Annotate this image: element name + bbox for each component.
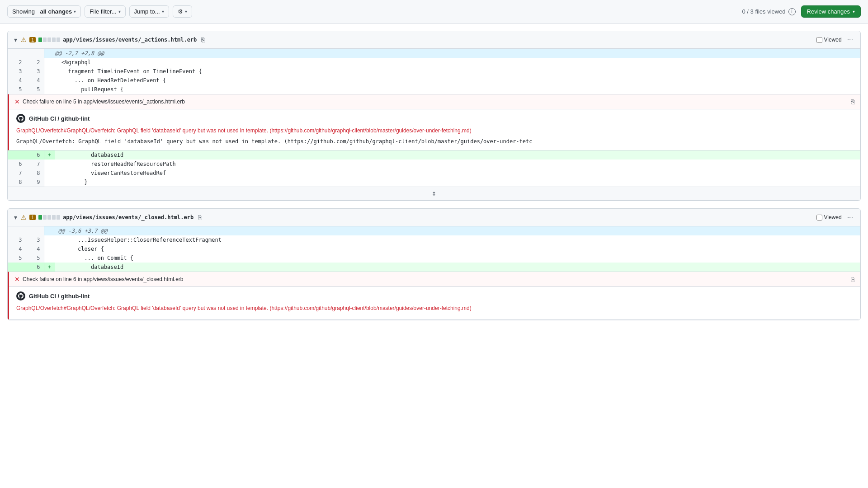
file-filter-dropdown[interactable]: File filter... ▾ — [85, 5, 125, 18]
line-num-new: 5 — [26, 85, 44, 94]
chevron-down-icon: ▾ — [162, 9, 164, 14]
table-row: 7 8 viewerCanRestoreHeadRef — [8, 169, 860, 178]
diff-bar-seg-gray — [57, 38, 60, 42]
line-num-new-add: 6 — [26, 263, 44, 272]
diff-code: restoreHeadRefResourcePath — [55, 160, 860, 169]
annotation-scroll-file-1[interactable]: GraphQL/Overfetch: GraphQL field 'databa… — [16, 137, 853, 145]
diff-code-add: databaseId — [55, 150, 860, 160]
copy-file-2-path-button[interactable]: ⎘ — [196, 213, 203, 222]
chevron-down-icon: ▾ — [74, 9, 76, 14]
toolbar-right: 0 / 3 files viewed i Review changes ▾ — [742, 5, 861, 18]
ci-name-file-2: GitHub CI / github-lint — [29, 293, 90, 300]
diff-expand-row[interactable]: ↕ — [8, 187, 860, 201]
more-options-file-2-button[interactable]: ··· — [845, 212, 855, 222]
table-row: 5 5 pullRequest { — [8, 85, 860, 94]
annotation-copy-file-2-button[interactable]: ⎘ — [851, 276, 854, 283]
diff-bar-seg-green — [38, 215, 42, 220]
table-row: 6 + databaseId — [8, 263, 860, 272]
error-message-red-file-2: GraphQL/Overfetch#GraphQL/Overfetch: Gra… — [16, 304, 853, 312]
table-row: 5 5 ... on Commit { — [8, 253, 860, 263]
diff-sign — [44, 67, 52, 76]
line-num-old: 5 — [8, 85, 26, 94]
diff-code: ...IssuesHelper::CloserReferenceTextFrag… — [55, 235, 860, 244]
diff-file-2-header-right: Viewed ··· — [816, 212, 855, 222]
diff-sign — [44, 76, 52, 85]
hunk-header-row: @@ -2,7 +2,8 @@ — [8, 49, 860, 58]
line-num-new-add: 6 — [26, 150, 44, 160]
line-num-new: 4 — [26, 244, 44, 253]
showing-label: Showing — [12, 8, 35, 15]
diff-file-1: ▾ ⚠ 1 app/views/issues/events/_actions.h… — [7, 31, 861, 201]
line-num-empty — [8, 49, 26, 58]
viewed-label-file-1[interactable]: Viewed — [816, 37, 842, 43]
error-message-plain-file-1: GraphQL/Overfetch: GraphQL field 'databa… — [16, 138, 853, 145]
diff-sign-add: + — [44, 150, 55, 160]
check-failure-text-file-2: Check failure on line 6 in app/views/iss… — [23, 276, 184, 282]
diff-table-file-1-after: 6 + databaseId 6 7 restoreHeadRefResourc… — [8, 150, 860, 201]
line-num-new: 5 — [26, 253, 44, 263]
line-num-old-empty — [8, 263, 26, 272]
x-icon: ✕ — [14, 276, 20, 283]
x-icon: ✕ — [14, 98, 20, 105]
file-2-count-badge: 1 — [29, 215, 36, 220]
annotation-copy-file-1-button[interactable]: ⎘ — [851, 98, 854, 105]
info-icon[interactable]: i — [788, 8, 796, 15]
ci-avatar — [16, 114, 25, 123]
file-2-path: app/views/issues/events/_closed.html.erb — [63, 214, 193, 221]
jump-to-dropdown[interactable]: Jump to... ▾ — [129, 5, 169, 18]
gear-icon: ⚙ — [178, 8, 183, 15]
line-num-old: 4 — [8, 244, 26, 253]
diff-sign-hunk — [44, 49, 52, 58]
hunk-header-text: @@ -2,7 +2,8 @@ — [52, 49, 860, 58]
ci-name-file-1: GitHub CI / github-lint — [29, 115, 90, 122]
line-num-old: 7 — [8, 169, 26, 178]
line-num-old: 2 — [8, 58, 26, 67]
viewed-checkbox-file-1[interactable] — [816, 37, 822, 43]
check-annotation-file-2-header: ✕ Check failure on line 6 in app/views/i… — [9, 272, 860, 287]
line-num-old: 6 — [8, 160, 26, 169]
table-row: 3 3 ...IssuesHelper::CloserReferenceText… — [8, 235, 860, 244]
showing-all-changes-dropdown[interactable]: Showing all changes ▾ — [7, 5, 81, 18]
check-annotation-file-1: ✕ Check failure on line 5 in app/views/i… — [8, 94, 860, 150]
copy-file-1-path-button[interactable]: ⎘ — [199, 35, 207, 44]
line-num-old: 3 — [8, 67, 26, 76]
files-viewed-count: 0 / 3 files viewed i — [742, 8, 796, 15]
hunk-header-text: @@ -3,6 +3,7 @@ — [55, 226, 860, 235]
table-row: 8 9 } — [8, 178, 860, 187]
line-num-new: 2 — [26, 58, 44, 67]
viewed-label-file-2[interactable]: Viewed — [816, 214, 842, 221]
collapse-file-2-button[interactable]: ▾ — [13, 213, 18, 222]
collapse-file-1-button[interactable]: ▾ — [13, 35, 18, 44]
more-options-file-1-button[interactable]: ··· — [845, 35, 855, 45]
table-row: 6 + databaseId — [8, 150, 860, 160]
check-annotation-file-2: ✕ Check failure on line 6 in app/views/i… — [8, 272, 860, 320]
toolbar-left: Showing all changes ▾ File filter... ▾ J… — [7, 5, 192, 18]
table-row: 3 3 fragment TimelineEvent on TimelineEv… — [8, 67, 860, 76]
diff-sign — [44, 244, 55, 253]
table-row: 2 2 <%graphql — [8, 58, 860, 67]
review-changes-button[interactable]: Review changes ▾ — [801, 5, 861, 18]
settings-dropdown[interactable]: ⚙ ▾ — [173, 5, 192, 18]
diff-file-1-header: ▾ ⚠ 1 app/views/issues/events/_actions.h… — [8, 31, 860, 49]
line-num-new: 7 — [26, 160, 44, 169]
viewed-checkbox-file-2[interactable] — [816, 215, 822, 221]
diff-code: viewerCanRestoreHeadRef — [55, 169, 860, 178]
review-changes-label: Review changes — [807, 8, 850, 15]
hunk-header-row: @@ -3,6 +3,7 @@ — [8, 226, 860, 235]
check-annotation-file-2-header-left: ✕ Check failure on line 6 in app/views/i… — [14, 276, 184, 283]
expand-down-icon: ↕ — [432, 189, 436, 197]
error-message-red-file-1: GraphQL/Overfetch#GraphQL/Overfetch: Gra… — [16, 127, 853, 135]
diff-code: fragment TimelineEvent on TimelineEvent … — [52, 67, 860, 76]
diff-sign-add: + — [44, 263, 55, 272]
line-num-old-empty — [8, 150, 26, 160]
line-num-empty — [26, 49, 44, 58]
warning-icon: ⚠ — [21, 36, 27, 43]
viewed-text-file-2: Viewed — [824, 214, 842, 221]
line-num-empty — [8, 226, 26, 235]
diff-file-2-header: ▾ ⚠ 1 app/views/issues/events/_closed.ht… — [8, 209, 860, 226]
line-num-empty — [26, 226, 44, 235]
diff-bar-seg-gray — [52, 38, 56, 42]
diff-sign — [44, 169, 55, 178]
table-row: 4 4 closer { — [8, 244, 860, 253]
ci-header-file-1: GitHub CI / github-lint — [16, 114, 853, 123]
